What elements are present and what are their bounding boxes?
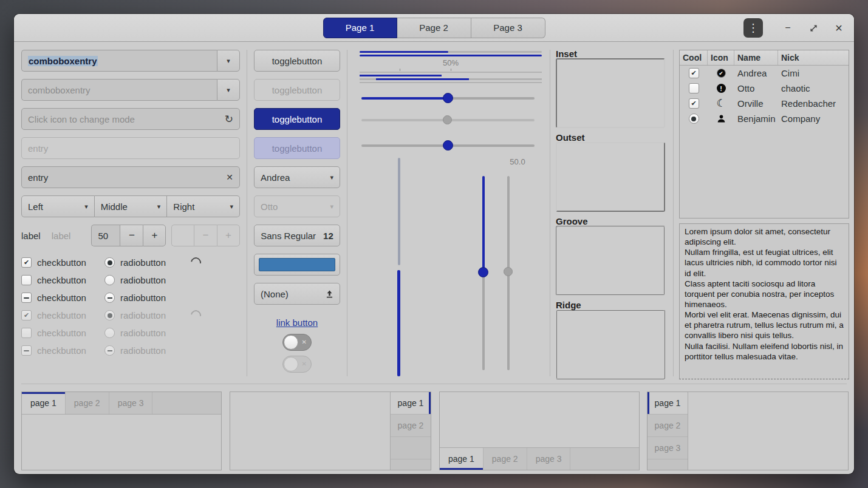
notebook-tabs-top: page 1 page 2 page 3 bbox=[21, 391, 222, 470]
checkbox-checked[interactable] bbox=[21, 257, 32, 268]
checkbutton-label: checkbutton bbox=[37, 257, 86, 268]
spin-plus-button[interactable]: + bbox=[143, 225, 166, 246]
column-header-nick[interactable]: Nick bbox=[778, 50, 849, 65]
spinbutton-value[interactable]: 50 bbox=[91, 225, 120, 246]
horizontal-slider[interactable] bbox=[361, 140, 535, 151]
page1-content: comboboxentry ↻ bbox=[14, 42, 854, 474]
combobox-dropdown-button[interactable] bbox=[217, 50, 240, 72]
link-button[interactable]: link button bbox=[254, 317, 340, 328]
comboboxentry-text-field[interactable]: comboboxentry bbox=[21, 50, 217, 72]
levelbar-fill bbox=[360, 75, 442, 76]
close-button[interactable]: ✕ bbox=[831, 20, 847, 36]
notebook-tab-page1[interactable]: page 1 bbox=[22, 392, 66, 414]
column-header-name[interactable]: Name bbox=[734, 50, 778, 65]
slider-fill bbox=[482, 176, 485, 272]
nick-cell: chaotic bbox=[778, 83, 849, 93]
radiobutton-mixed[interactable] bbox=[104, 293, 115, 303]
notebook-tabbar: page 1 page 2 page 3 bbox=[440, 447, 639, 470]
chevron-down-icon bbox=[84, 203, 88, 210]
slider-knob bbox=[504, 267, 513, 276]
notebook-tab-page2[interactable]: page 2 bbox=[648, 415, 688, 437]
lorem-textview[interactable]: Lorem ipsum dolor sit amet, consectetur … bbox=[679, 223, 849, 379]
tab-page-3[interactable]: Page 3 bbox=[471, 18, 545, 38]
table-row[interactable]: Andrea Cimi bbox=[680, 66, 849, 81]
disabled-entry-input bbox=[28, 143, 233, 154]
levelbar-track bbox=[360, 72, 542, 73]
checkbox-unchecked[interactable] bbox=[21, 275, 32, 285]
table-row[interactable]: Benjamin Company bbox=[680, 111, 849, 126]
slider-knob[interactable] bbox=[478, 267, 488, 277]
notebook-tab-page1[interactable]: page 1 bbox=[648, 392, 688, 415]
switch-knob bbox=[284, 335, 298, 350]
tab-page-2[interactable]: Page 2 bbox=[397, 18, 471, 38]
clearable-entry[interactable]: ✕ bbox=[21, 166, 240, 188]
switch-off[interactable] bbox=[282, 334, 312, 351]
checkbox-mixed-disabled bbox=[21, 345, 32, 356]
notebook-tabbar: page 1 page 2 page 3 bbox=[648, 392, 688, 470]
menu-button[interactable]: ⋮ bbox=[743, 18, 763, 38]
linked-comboboxes: Left Middle Right bbox=[21, 195, 240, 217]
combobox-right[interactable]: Right bbox=[167, 195, 240, 217]
table-row[interactable]: Otto chaotic bbox=[680, 81, 849, 96]
buttons-section: togglebutton togglebutton togglebutton t… bbox=[254, 50, 340, 380]
spin-minus-button[interactable]: − bbox=[120, 225, 143, 246]
combobox-left[interactable]: Left bbox=[21, 195, 95, 217]
check-radio-grid: checkbutton radiobutton checkbutton bbox=[21, 254, 240, 359]
comboboxentry-input[interactable] bbox=[28, 85, 211, 95]
refresh-icon[interactable]: ↻ bbox=[225, 114, 233, 124]
combobox-name[interactable]: Andrea bbox=[254, 166, 340, 188]
table-row[interactable]: Orville Redenbacher bbox=[680, 96, 849, 111]
notebook-tab-page2[interactable]: page 2 bbox=[66, 392, 109, 414]
combobox-dropdown-button[interactable] bbox=[217, 79, 240, 101]
nick-cell: Company bbox=[778, 114, 849, 124]
radiobutton-unchecked[interactable] bbox=[104, 275, 115, 285]
radiobutton-checked[interactable] bbox=[104, 257, 115, 268]
comboboxentry-selected: comboboxentry bbox=[21, 50, 240, 72]
clear-icon[interactable]: ✕ bbox=[226, 173, 233, 181]
checkbox-unchecked[interactable] bbox=[689, 83, 699, 93]
vertical-slider-marks[interactable] bbox=[394, 158, 404, 376]
notebook-tab-page2[interactable]: page 2 bbox=[484, 448, 527, 470]
color-button[interactable] bbox=[254, 254, 340, 276]
clearable-entry-input[interactable] bbox=[28, 172, 221, 183]
checkbox-checked-disabled bbox=[21, 310, 32, 320]
combobox-middle[interactable]: Middle bbox=[95, 195, 168, 217]
slider-knob[interactable] bbox=[443, 140, 453, 151]
label-dim: label bbox=[52, 231, 71, 241]
slider-knob[interactable] bbox=[443, 93, 453, 103]
notebook-tab-page1[interactable]: page 1 bbox=[440, 448, 484, 470]
radiobutton-checked[interactable] bbox=[689, 114, 699, 124]
notebook-tab-page3[interactable] bbox=[391, 437, 431, 459]
checkbox-checked[interactable] bbox=[689, 98, 699, 109]
icon-entry[interactable]: ↻ bbox=[21, 108, 240, 130]
notebook-page bbox=[22, 415, 221, 470]
notebook-tab-page3[interactable]: page 3 bbox=[527, 448, 571, 470]
notebook-tab-page2[interactable]: page 2 bbox=[391, 415, 431, 437]
checkbox-checked[interactable] bbox=[689, 68, 699, 78]
checkbutton-label: checkbutton bbox=[37, 345, 86, 356]
notebook-tab-page3[interactable]: page 3 bbox=[109, 392, 153, 414]
icon-entry-input[interactable] bbox=[28, 114, 220, 124]
font-button[interactable]: Sans Regular 12 bbox=[254, 225, 340, 246]
comboboxentry-text-field[interactable] bbox=[21, 79, 217, 101]
checkbox-mixed[interactable] bbox=[21, 293, 32, 303]
notebook-tab-page1[interactable]: page 1 bbox=[391, 392, 431, 415]
file-chooser-button[interactable]: (None) bbox=[254, 283, 340, 305]
tab-page-1[interactable]: Page 1 bbox=[323, 18, 397, 38]
spinner-icon bbox=[189, 256, 203, 270]
column-header-cool[interactable]: Cool bbox=[680, 50, 708, 65]
radiobutton-label: radiobutton bbox=[120, 293, 166, 303]
horizontal-slider[interactable] bbox=[361, 93, 535, 103]
radiobutton-checked-disabled bbox=[104, 310, 115, 320]
column-header-icon[interactable]: Icon bbox=[708, 50, 734, 65]
vertical-slider[interactable] bbox=[478, 176, 488, 370]
notebook-tab-page3[interactable]: page 3 bbox=[648, 437, 688, 459]
restore-button[interactable] bbox=[805, 20, 821, 36]
togglebutton-active[interactable]: togglebutton bbox=[254, 108, 340, 130]
togglebutton-normal[interactable]: togglebutton bbox=[254, 50, 340, 72]
minimize-button[interactable]: − bbox=[780, 20, 796, 36]
chevron-down-icon bbox=[227, 87, 230, 93]
switch-knob bbox=[284, 357, 298, 371]
menu-dots-icon: ⋮ bbox=[748, 21, 759, 35]
check-radio-row-disabled: checkbutton radiobutton bbox=[21, 307, 240, 324]
